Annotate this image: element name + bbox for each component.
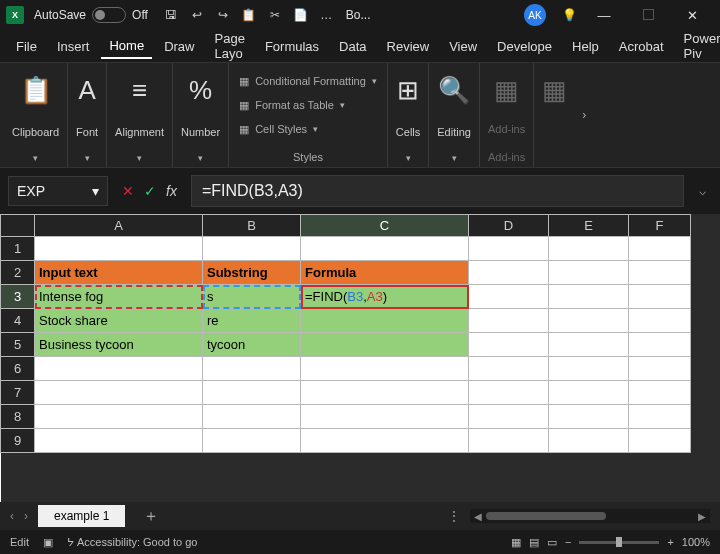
tab-power-pivot[interactable]: Power Piv [676,27,720,65]
cell-b3[interactable]: s [203,285,301,309]
view-page-break-icon[interactable]: ▭ [547,536,557,549]
cell[interactable] [301,429,469,453]
cell[interactable] [629,237,691,261]
copy-icon[interactable]: 📄 [288,2,314,28]
col-header-a[interactable]: A [35,215,203,237]
col-header-f[interactable]: F [629,215,691,237]
window-close-button[interactable]: ✕ [670,8,714,23]
view-normal-icon[interactable]: ▦ [511,536,521,549]
cell[interactable] [629,309,691,333]
zoom-level[interactable]: 100% [682,536,710,548]
autosave-toggle[interactable]: AutoSave Off [34,7,148,23]
cell[interactable] [549,381,629,405]
sheet-tab-example-1[interactable]: example 1 [38,505,125,527]
save-icon[interactable]: 🖫 [158,2,184,28]
tab-formulas[interactable]: Formulas [257,35,327,58]
cell[interactable] [203,237,301,261]
cell[interactable] [469,429,549,453]
horizontal-scrollbar[interactable]: ◀ ▶ [470,509,710,523]
cell-a3[interactable]: Intense fog [35,285,203,309]
conditional-formatting-button[interactable]: ▦Conditional Formatting ▾ [239,69,377,93]
cell[interactable] [549,285,629,309]
cell-b5[interactable]: tycoon [203,333,301,357]
cell[interactable] [629,357,691,381]
editing-group[interactable]: 🔍 Editing ▾ [429,63,480,167]
scroll-left-icon[interactable]: ◀ [474,511,482,522]
cell[interactable] [203,405,301,429]
clipboard-group[interactable]: 📋 Clipboard ▾ [4,63,68,167]
row-header[interactable]: 6 [1,357,35,381]
sheet-next-icon[interactable]: › [24,509,28,523]
cell[interactable] [301,237,469,261]
tab-draw[interactable]: Draw [156,35,202,58]
view-page-layout-icon[interactable]: ▤ [529,536,539,549]
cell[interactable] [203,357,301,381]
zoom-in-icon[interactable]: + [667,536,673,548]
cell[interactable] [203,381,301,405]
row-header[interactable]: 9 [1,429,35,453]
tab-help[interactable]: Help [564,35,607,58]
cell-b2[interactable]: Substring [203,261,301,285]
cell[interactable] [549,237,629,261]
cell[interactable] [203,429,301,453]
select-all-corner[interactable] [1,215,35,237]
cell-c3-active[interactable]: =FIND(B3,A3) [301,285,469,309]
row-header[interactable]: 4 [1,309,35,333]
cell[interactable] [469,333,549,357]
macro-record-icon[interactable]: ▣ [43,536,53,549]
cell[interactable] [35,237,203,261]
fx-icon[interactable]: fx [166,183,177,199]
cell[interactable] [549,333,629,357]
col-header-e[interactable]: E [549,215,629,237]
sheet-prev-icon[interactable]: ‹ [10,509,14,523]
zoom-out-icon[interactable]: − [565,536,571,548]
window-minimize-button[interactable]: — [582,8,626,23]
cell[interactable] [35,357,203,381]
row-header[interactable]: 7 [1,381,35,405]
ribbon-scroll-right-icon[interactable]: › [575,63,593,167]
cell[interactable] [35,405,203,429]
cell-c2[interactable]: Formula [301,261,469,285]
cell[interactable] [629,405,691,429]
tab-home[interactable]: Home [101,34,152,59]
col-header-d[interactable]: D [469,215,549,237]
cell[interactable] [629,429,691,453]
cell[interactable] [469,309,549,333]
window-maximize-button[interactable] [626,8,670,23]
sheet-menu-icon[interactable]: ⋮ [448,509,460,523]
accept-formula-icon[interactable]: ✓ [144,183,156,199]
cell-a5[interactable]: Business tycoon [35,333,203,357]
tab-file[interactable]: File [8,35,45,58]
formula-input[interactable]: =FIND(B3,A3) [191,175,684,207]
cut-icon[interactable]: ✂ [262,2,288,28]
cell-styles-button[interactable]: ▦Cell Styles ▾ [239,117,318,141]
tab-insert[interactable]: Insert [49,35,98,58]
cell[interactable] [629,285,691,309]
user-avatar[interactable]: AK [524,4,546,26]
number-group[interactable]: % Number ▾ [173,63,229,167]
cell-a2[interactable]: Input text [35,261,203,285]
tab-acrobat[interactable]: Acrobat [611,35,672,58]
row-header[interactable]: 8 [1,405,35,429]
paste-icon[interactable]: 📋 [236,2,262,28]
cell[interactable] [549,357,629,381]
cell[interactable] [35,429,203,453]
cell-c5[interactable] [301,333,469,357]
cell[interactable] [35,381,203,405]
row-header[interactable]: 1 [1,237,35,261]
undo-icon[interactable]: ↩ [184,2,210,28]
cell[interactable] [629,381,691,405]
row-header[interactable]: 3 [1,285,35,309]
cell[interactable] [469,357,549,381]
cell[interactable] [469,261,549,285]
cell[interactable] [469,381,549,405]
font-group[interactable]: A Font ▾ [68,63,107,167]
format-as-table-button[interactable]: ▦Format as Table ▾ [239,93,345,117]
tab-developer[interactable]: Develope [489,35,560,58]
cell[interactable] [301,357,469,381]
expand-formula-bar-icon[interactable]: ⌵ [692,184,712,198]
row-header[interactable]: 5 [1,333,35,357]
accessibility-status[interactable]: ᔭ Accessibility: Good to go [67,536,198,549]
cell-c4[interactable] [301,309,469,333]
cell[interactable] [301,381,469,405]
